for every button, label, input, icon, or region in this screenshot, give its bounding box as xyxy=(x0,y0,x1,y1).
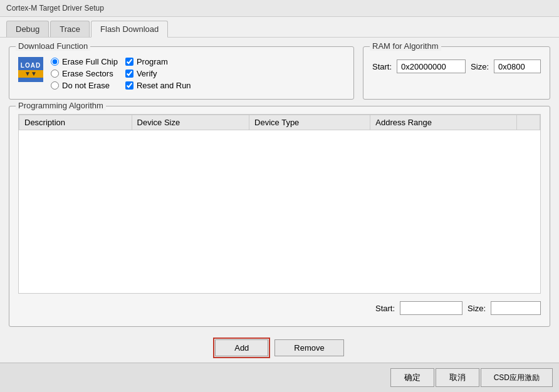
cancel-button[interactable]: 取消 xyxy=(436,368,479,387)
download-function-legend: Download Function xyxy=(16,41,90,51)
algo-footer: Start: Size: xyxy=(18,299,541,317)
load-icon: LOAD ▼▼ xyxy=(18,57,43,82)
bottom-bar: 确定 取消 CSD应用激励 xyxy=(0,363,559,392)
tab-debug-label: Debug xyxy=(16,24,39,34)
top-section: Download Function LOAD ▼▼ Erase Full Chi xyxy=(9,46,550,100)
tab-bar: Debug Trace Flash Download xyxy=(0,17,559,38)
checkbox-group: Program Verify Reset and Run xyxy=(125,57,191,90)
radio-group: Erase Full Chip Erase Sectors Do not Era… xyxy=(51,57,118,90)
algo-size-label: Size: xyxy=(468,304,486,313)
start-label: Start: xyxy=(372,62,392,71)
col-extra xyxy=(516,115,540,130)
programming-algorithm-legend: Programming Algorithm xyxy=(16,101,106,110)
ram-content: Start: Size: xyxy=(372,59,541,73)
load-icon-arrow: ▼▼ xyxy=(24,70,37,77)
add-button[interactable]: Add xyxy=(215,339,268,356)
title-bar: Cortex-M Target Driver Setup xyxy=(0,0,559,17)
algo-table-head: Description Device Size Device Type Addr… xyxy=(19,115,540,130)
download-function-content: LOAD ▼▼ Erase Full Chip Erase xyxy=(18,57,345,90)
algo-start-label: Start: xyxy=(375,304,395,313)
checkbox-verify-label: Verify xyxy=(137,69,157,78)
radio-erase-sectors-input[interactable] xyxy=(51,70,59,78)
algo-empty-space xyxy=(19,212,540,293)
tab-flash-download[interactable]: Flash Download xyxy=(91,21,168,38)
checkbox-program-label: Program xyxy=(137,57,168,66)
col-device-size: Device Size xyxy=(132,115,249,130)
tab-debug[interactable]: Debug xyxy=(6,21,49,37)
algo-size-input[interactable] xyxy=(491,301,541,315)
extra-button[interactable]: CSD应用激励 xyxy=(481,368,553,387)
action-buttons: Add Remove xyxy=(9,333,550,363)
checkbox-program[interactable]: Program xyxy=(125,57,191,66)
tab-flash-download-label: Flash Download xyxy=(100,24,159,34)
radio-do-not-erase-input[interactable] xyxy=(51,81,59,90)
checkbox-verify[interactable]: Verify xyxy=(125,69,191,78)
checkbox-reset-and-run-label: Reset and Run xyxy=(137,81,191,90)
col-address-range: Address Range xyxy=(370,115,516,130)
size-input[interactable] xyxy=(494,59,541,73)
checkbox-reset-and-run[interactable]: Reset and Run xyxy=(125,81,191,90)
ram-algorithm-legend: RAM for Algorithm xyxy=(370,41,441,51)
algo-start-input[interactable] xyxy=(400,301,462,315)
download-function-group: Download Function LOAD ▼▼ Erase Full Chi xyxy=(9,46,354,100)
ram-algorithm-group: RAM for Algorithm Start: Size: xyxy=(363,46,550,100)
start-input[interactable] xyxy=(397,59,466,73)
algo-table: Description Device Size Device Type Addr… xyxy=(19,115,540,212)
radio-erase-full-label: Erase Full Chip xyxy=(62,57,118,66)
tab-trace[interactable]: Trace xyxy=(50,21,90,37)
main-window: Cortex-M Target Driver Setup Debug Trace… xyxy=(0,0,559,392)
col-device-type: Device Type xyxy=(249,115,370,130)
radio-erase-full[interactable]: Erase Full Chip xyxy=(51,57,118,66)
checkbox-reset-and-run-input[interactable] xyxy=(125,81,133,90)
size-label: Size: xyxy=(471,62,489,71)
algo-table-header-row: Description Device Size Device Type Addr… xyxy=(19,115,540,130)
checkbox-verify-input[interactable] xyxy=(125,70,133,78)
radio-erase-full-input[interactable] xyxy=(51,58,59,66)
confirm-button[interactable]: 确定 xyxy=(390,368,434,387)
load-icon-bottom: ▼▼ xyxy=(18,70,43,78)
window-title: Cortex-M Target Driver Setup xyxy=(6,4,104,13)
radio-erase-sectors-label: Erase Sectors xyxy=(62,69,113,78)
algo-table-wrapper: Description Device Size Device Type Addr… xyxy=(18,114,541,294)
radio-do-not-erase[interactable]: Do not Erase xyxy=(51,81,118,90)
radio-erase-sectors[interactable]: Erase Sectors xyxy=(51,69,118,78)
load-icon-text: LOAD xyxy=(21,62,41,69)
algo-table-body xyxy=(19,130,540,212)
remove-button[interactable]: Remove xyxy=(274,339,343,356)
checkbox-program-input[interactable] xyxy=(125,58,133,66)
main-content: Download Function LOAD ▼▼ Erase Full Chi xyxy=(0,38,559,363)
tab-trace-label: Trace xyxy=(60,24,80,34)
col-description: Description xyxy=(19,115,132,130)
programming-algorithm-group: Programming Algorithm Description Device… xyxy=(9,106,550,327)
radio-do-not-erase-label: Do not Erase xyxy=(62,81,110,90)
